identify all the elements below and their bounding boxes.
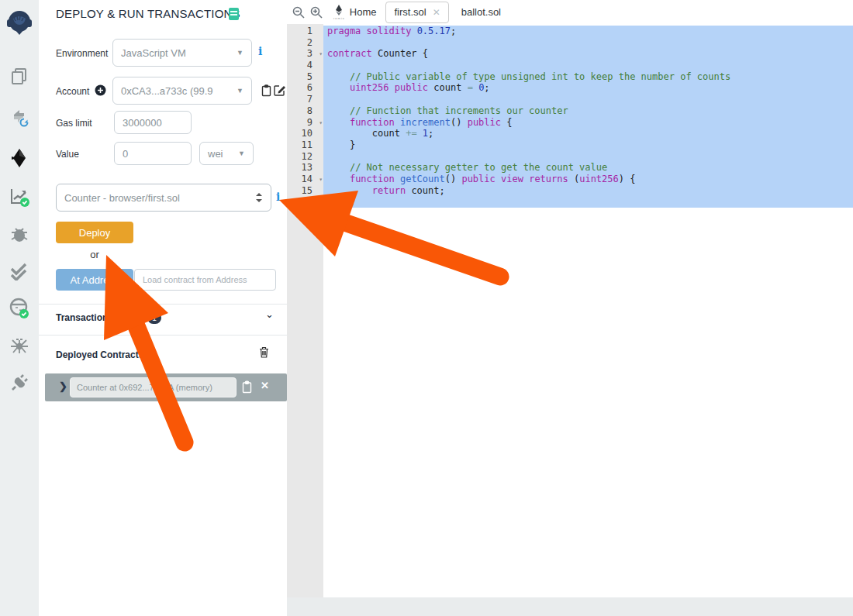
documentation-icon[interactable] [229,8,239,20]
edit-account-icon[interactable] [274,84,285,96]
tab-first-sol[interactable]: first.sol ✕ [385,2,448,23]
panel-title: DEPLOY & RUN TRANSACTIONS [56,7,240,20]
line-number: 6 [287,82,323,94]
code-line[interactable]: uint256 public count = 0; [323,82,853,94]
line-number: 13 [287,162,323,174]
environment-info-icon[interactable]: i [258,45,262,57]
expand-caret-icon[interactable]: ❯ [59,380,67,392]
terminal-resize-bar[interactable] [287,597,853,616]
line-number: 12 [287,151,323,163]
tab-bar: remix Home first.sol ✕ ballot.sol [287,0,853,24]
at-address-input[interactable] [134,269,276,291]
code-line[interactable] [323,60,853,71]
spider-icon[interactable] [0,327,39,364]
code-line[interactable] [323,94,853,105]
fold-caret-icon[interactable]: ▾ [319,49,323,60]
line-number: 11 [287,139,323,151]
zoom-out-icon[interactable] [292,6,305,19]
ethereum-remix-icon: remix [333,5,345,20]
deployed-contract-button[interactable]: Counter at 0x692...77b3A (memory) [70,377,237,397]
tab-ballot-sol[interactable]: ballot.sol [454,0,509,24]
code-line[interactable]: function increment() public { [323,117,853,129]
code-lines[interactable]: pragma solidity 0.5.17;contract Counter … [323,24,853,597]
code-line[interactable]: count += 1; [323,128,853,139]
editor-pane: remix Home first.sol ✕ ballot.sol 123▾45… [287,0,853,616]
fold-caret-icon[interactable]: ▾ [319,118,323,129]
code-line[interactable]: // Function that increments our counter [323,105,853,117]
account-select[interactable]: 0xCA3...a733c (99.9 ▼ [112,77,252,105]
updown-arrows-icon [255,193,263,202]
copy-account-icon[interactable] [261,84,271,97]
code-line[interactable] [323,37,853,49]
account-label: Account [56,86,89,97]
trash-icon[interactable] [259,346,269,358]
line-number: 8 [287,105,323,117]
zoom-in-icon[interactable] [310,6,323,19]
value-label: Value [56,149,79,160]
code-line[interactable]: // Public variable of type unsigned int … [323,71,853,83]
or-label: or [73,249,116,260]
chevron-down-icon: ▼ [237,87,243,95]
line-number: 4 [287,60,323,71]
line-number: 9▾ [287,117,323,129]
line-number: 3▾ [287,48,323,60]
deploy-button[interactable]: Deploy [56,222,133,243]
code-line[interactable]: } [323,139,853,151]
plugin-plug-icon[interactable] [0,364,39,401]
debugger-bug-icon[interactable] [0,215,39,253]
line-number: 1 [287,26,323,37]
transactions-count-badge: 1 [147,312,161,324]
remove-contract-icon[interactable]: ✕ [261,380,269,391]
line-number: 14▾ [287,174,323,185]
deployed-contract-row: ❯ Counter at 0x692...77b3A (memory) ✕ [45,373,287,401]
value-unit-select[interactable]: wei ▼ [199,142,254,165]
contract-select[interactable]: Counter - browser/first.sol [56,184,271,212]
code-editor: 123▾456789▾1011121314▾1516 pragma solidi… [287,24,853,597]
file-explorer-icon[interactable] [0,57,39,95]
contract-info-icon[interactable]: i [276,191,280,203]
divider [39,335,287,336]
code-line[interactable]: pragma solidity 0.5.17; [323,26,853,37]
gas-limit-label: Gas limit [56,118,92,129]
line-number: 15 [287,185,323,197]
code-line[interactable]: } [323,196,853,208]
line-number: 2 [287,37,323,49]
collapse-chevron-icon[interactable]: ⌄ [265,308,274,320]
line-number: 10 [287,128,323,139]
close-tab-icon[interactable]: ✕ [433,7,440,18]
remix-logo[interactable] [0,0,39,46]
swap-refresh-icon[interactable] [0,99,39,136]
activity-icon-rail [0,0,39,616]
gas-limit-input[interactable] [114,111,192,134]
environment-select[interactable]: JavaScript VM ▼ [112,39,252,67]
fold-caret-icon[interactable]: ▾ [319,174,323,186]
line-number: 5 [287,71,323,83]
unit-testing-checks-icon[interactable] [0,253,39,290]
deploy-run-panel: DEPLOY & RUN TRANSACTIONS Environment Ja… [39,0,287,616]
code-line[interactable] [323,151,853,163]
copy-address-icon[interactable] [242,380,252,394]
code-line[interactable]: return count; [323,185,853,197]
remix-ide-window: DEPLOY & RUN TRANSACTIONS Environment Ja… [0,0,853,616]
at-address-button[interactable]: At Address [56,269,133,291]
solidity-compiler-icon[interactable] [0,139,39,177]
deployed-contracts-title: Deployed Contracts [56,349,143,360]
line-number: 7 [287,94,323,105]
deploy-run-icon[interactable] [0,178,39,215]
line-number: 16 [287,196,323,208]
add-account-icon[interactable] [95,84,106,96]
environment-label: Environment [56,48,108,59]
code-line[interactable]: // Not necessary getter to get the count… [323,162,853,174]
chevron-down-icon: ▼ [237,49,243,57]
code-line[interactable]: function getCount() public view returns … [323,174,853,185]
gutter-numbers: 123▾456789▾1011121314▾1516 [287,24,323,597]
analysis-face-icon[interactable] [0,290,39,327]
tab-home[interactable]: remix Home [329,0,381,24]
divider [39,304,287,305]
value-input[interactable] [114,142,192,165]
chevron-down-icon: ▼ [238,150,245,157]
code-line[interactable]: contract Counter { [323,48,853,60]
transactions-recorded-label: Transactions recorded: [56,312,159,323]
